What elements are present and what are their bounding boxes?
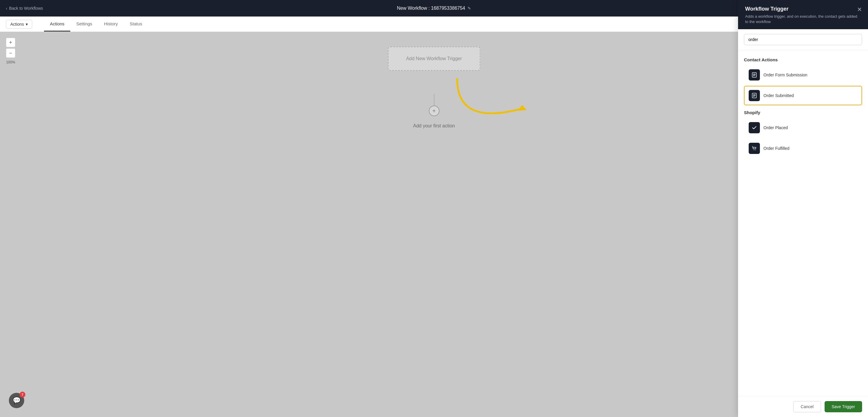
zoom-out-button[interactable]: − [6, 48, 16, 58]
connector-line [434, 94, 434, 106]
trigger-search-input[interactable] [744, 34, 862, 45]
order-submitted-icon [749, 90, 760, 101]
svg-marker-0 [518, 105, 527, 111]
add-trigger-box[interactable]: Add New Workflow Trigger [388, 46, 480, 71]
zoom-level-display: 100% [6, 60, 16, 64]
cancel-button[interactable]: Cancel [793, 401, 821, 412]
chat-badge: 7 [20, 392, 25, 397]
tab-list: Actions Settings History Status [44, 16, 148, 32]
search-container [738, 29, 868, 50]
zoom-out-icon: − [9, 50, 12, 56]
svg-point-9 [754, 150, 754, 150]
panel-content: Contact Actions Order Form Submission Or… [738, 50, 868, 396]
zoom-in-button[interactable]: + [6, 38, 16, 47]
trigger-item-order-form-submission[interactable]: Order Form Submission [744, 65, 862, 84]
workflow-name: New Workflow : 1687953386754 [397, 6, 465, 11]
actions-dropdown-button[interactable]: Actions ▾ [6, 20, 32, 29]
section-title-contact-actions: Contact Actions [744, 57, 862, 62]
tab-actions[interactable]: Actions [44, 16, 70, 32]
order-fulfilled-label: Order Fulfilled [764, 146, 789, 151]
plus-icon: + [432, 108, 436, 114]
chat-bubble[interactable]: 💬 7 [9, 393, 24, 408]
section-title-shopify: Shopify [744, 110, 862, 115]
back-arrow-icon: ‹ [6, 6, 7, 11]
arrow-indicator [451, 73, 534, 138]
order-form-icon [749, 69, 760, 80]
add-first-action-label: Add your first action [413, 123, 455, 129]
panel-footer: Cancel Save Trigger [738, 396, 868, 417]
trigger-item-order-placed[interactable]: Order Placed [744, 118, 862, 137]
tab-status[interactable]: Status [124, 16, 148, 32]
save-trigger-button[interactable]: Save Trigger [825, 401, 862, 412]
back-to-workflows-link[interactable]: ‹ Back to Workflows [6, 6, 43, 11]
workflow-title-container: New Workflow : 1687953386754 ✎ [397, 6, 471, 11]
trigger-item-order-fulfilled[interactable]: Order Fulfilled [744, 139, 862, 158]
zoom-controls: + − 100% [6, 38, 16, 64]
svg-point-10 [755, 150, 756, 150]
tab-history[interactable]: History [98, 16, 124, 32]
trigger-item-order-submitted[interactable]: Order Submitted [744, 86, 862, 105]
workflow-trigger-panel: Workflow Trigger Adds a workflow trigger… [738, 0, 868, 417]
order-placed-label: Order Placed [764, 125, 788, 130]
order-placed-icon [749, 122, 760, 133]
chat-icon: 💬 [13, 397, 21, 404]
connector: + [429, 94, 439, 116]
trigger-box-label: Add New Workflow Trigger [406, 56, 462, 61]
close-icon: ✕ [857, 6, 862, 13]
order-submitted-label: Order Submitted [764, 93, 794, 98]
edit-icon[interactable]: ✎ [467, 6, 471, 11]
panel-close-button[interactable]: ✕ [856, 5, 863, 14]
panel-subtitle: Adds a workflow trigger, and on executio… [745, 14, 861, 25]
actions-button-label: Actions [10, 22, 24, 27]
back-label: Back to Workflows [9, 6, 43, 11]
tab-settings[interactable]: Settings [70, 16, 98, 32]
panel-title: Workflow Trigger [745, 6, 861, 12]
panel-header: Workflow Trigger Adds a workflow trigger… [738, 0, 868, 29]
order-fulfilled-icon [749, 143, 760, 154]
chevron-down-icon: ▾ [26, 22, 28, 27]
zoom-in-icon: + [9, 39, 12, 46]
order-form-submission-label: Order Form Submission [764, 73, 807, 77]
add-action-circle[interactable]: + [429, 106, 439, 116]
